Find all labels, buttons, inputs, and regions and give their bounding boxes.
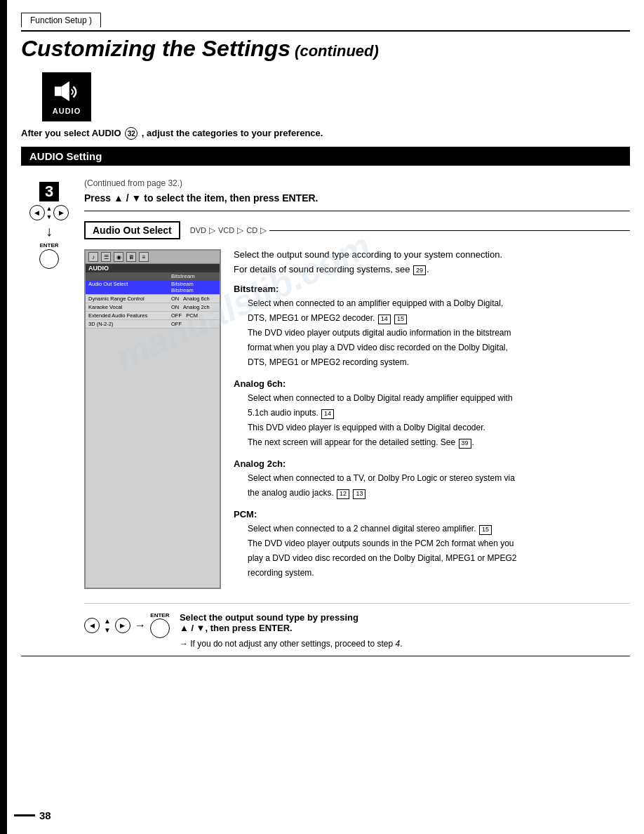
- step-number: 3: [39, 182, 59, 201]
- proceed-note: → If you do not adjust any other setting…: [180, 639, 630, 649]
- nav-down: ▼: [46, 213, 53, 220]
- press-instruction: Press ▲ / ▼ to select the item, then pre…: [84, 192, 630, 211]
- screen-mockup: ♪ ☰ ◉ 🖥 ≡ AUDIO Bitstream: [84, 249, 221, 589]
- screen-header-left: [88, 273, 171, 279]
- audio-out-select-label: Audio Out Select: [84, 221, 180, 239]
- bitstream-desc2: DTS, MPEG1 or MPEG2 decoder. 14 15: [248, 312, 630, 324]
- page-content: Function Setup ) Customizing the Setting…: [7, 0, 644, 670]
- analog6ch-desc2: 5.1ch audio inputs. 14: [248, 406, 630, 419]
- pcm-section: PCM: Select when connected to a 2 channe…: [234, 509, 630, 579]
- screen-title: AUDIO: [86, 264, 220, 272]
- ref-12: 12: [337, 489, 349, 499]
- continued-text: (Continued from page 32.): [84, 178, 630, 188]
- bottom-line: [21, 656, 630, 656]
- bottom-arrow: →: [135, 619, 146, 632]
- screen-icon-4: 🖥: [126, 252, 136, 262]
- ref-15: 15: [394, 315, 407, 324]
- bottom-instruction: Select the output sound type by pressing…: [180, 612, 630, 649]
- svg-rect-0: [55, 86, 62, 95]
- analog2ch-desc1: Select when connected to a TV, or Dolby …: [248, 472, 630, 484]
- audio-icon-container: AUDIO: [42, 72, 630, 121]
- nav-right[interactable]: ▶: [53, 205, 69, 220]
- screen-icon-5: ≡: [139, 252, 149, 262]
- select-output-text: Select the output sound type according t…: [234, 249, 630, 260]
- bitstream-section: Bitstream: Select when connected to an a…: [234, 284, 630, 369]
- left-bar: [0, 0, 7, 834]
- audio-label: AUDIO: [53, 107, 81, 115]
- bitstream-desc4: format when you play a DVD video disc re…: [248, 341, 630, 354]
- step-right: (Continued from page 32.) Press ▲ / ▼ to…: [77, 178, 630, 649]
- screen-header-right: Bitstream: [171, 273, 217, 279]
- bitstream-desc5: DTS, MPEG1 or MPEG2 recording system.: [248, 356, 630, 369]
- section-header: AUDIO Setting: [21, 147, 630, 166]
- screen-top-icons: ♪ ☰ ◉ 🖥 ≡: [86, 251, 220, 264]
- pcm-desc2: The DVD video player outputs sounds in t…: [248, 537, 630, 550]
- screen-icon-2: ☰: [101, 252, 111, 262]
- analog2ch-title: Analog 2ch:: [234, 458, 630, 469]
- audio-content: ♪ ☰ ◉ 🖥 ≡ AUDIO Bitstream: [84, 249, 630, 589]
- bottom-enter-label: ENTER: [150, 612, 169, 618]
- bottom-nav-right-btn[interactable]: ▶: [115, 618, 130, 633]
- enter-button[interactable]: [39, 249, 59, 269]
- enter-label: ENTER: [39, 242, 58, 249]
- ref-14b: 14: [321, 409, 334, 419]
- analog6ch-desc4: The next screen will appear for the deta…: [248, 436, 630, 449]
- page-num-bar: [14, 814, 35, 816]
- analog6ch-section: Analog 6ch: Select when connected to a D…: [234, 378, 630, 449]
- pcm-title: PCM:: [234, 509, 630, 519]
- bitstream-title: Bitstream:: [234, 284, 630, 294]
- down-arrow: ↓: [46, 223, 53, 239]
- nav-controls: ◀ ▲ ▼ ▶: [29, 205, 69, 220]
- bottom-controls: ◀ ▲ ▼ ▶ → ENTER Select t: [84, 603, 630, 649]
- analog2ch-section: Analog 2ch: Select when connected to a T…: [234, 458, 630, 499]
- screen-header-row: Bitstream: [86, 272, 220, 280]
- nav-up: ▲: [46, 205, 53, 212]
- enter-circle: ENTER: [39, 242, 59, 269]
- analog2ch-desc2: the analog audio jacks. 12 13: [248, 486, 630, 499]
- audio-out-row: Audio Out Select DVD ▷ VCD ▷ CD ▷: [84, 221, 630, 239]
- ref-13: 13: [353, 489, 365, 499]
- screen-row-2: Dynamic Range Control ON Analog 6ch: [86, 295, 220, 303]
- description-text: After you select AUDIO 32 , adjust the c…: [21, 127, 630, 140]
- nav-left[interactable]: ◀: [29, 205, 45, 220]
- ref-14: 14: [378, 315, 391, 324]
- ref-29: 29: [413, 265, 426, 275]
- disc-icons: DVD ▷ VCD ▷ CD ▷: [190, 225, 267, 235]
- bottom-nav-left: ◀ ▲ ▼ ▶ → ENTER: [84, 612, 170, 638]
- ref-15b: 15: [479, 525, 492, 535]
- audio-icon: AUDIO: [42, 72, 91, 121]
- audio-text-content: Select the output sound type according t…: [234, 249, 630, 589]
- speaker-icon: [53, 79, 80, 105]
- ref-32: 32: [125, 127, 137, 140]
- bitstream-desc3: The DVD video player outputs digital aud…: [248, 326, 630, 339]
- ref-39: 39: [459, 439, 471, 449]
- analog6ch-desc3: This DVD video player is equipped with a…: [248, 421, 630, 434]
- page-title: Customizing the Settings (continued): [21, 30, 630, 62]
- breadcrumb: Function Setup ): [21, 13, 101, 27]
- bottom-enter-button[interactable]: [150, 618, 170, 638]
- nav-row: ◀ ▲ ▼ ▶: [29, 205, 69, 220]
- analog6ch-desc1: Select when connected to a Dolby Digital…: [248, 392, 630, 404]
- screen-row-1: Audio Out Select Bitstream Bitstream: [86, 280, 220, 295]
- analog6ch-title: Analog 6ch:: [234, 378, 630, 389]
- pcm-desc4: recording system.: [248, 567, 630, 579]
- bottom-nav-left-btn[interactable]: ◀: [84, 618, 100, 633]
- screen-row-4: Extended Audio Features OFF PCM: [86, 312, 220, 320]
- pcm-desc3: play a DVD video disc recorded on the Do…: [248, 552, 630, 564]
- screen-row-3: Karaoke Vocal ON Analog 2ch: [86, 303, 220, 312]
- screen-icon-1: ♪: [88, 252, 98, 262]
- step-container: 3 ◀ ▲ ▼ ▶ ↓ ENTER (Continued from page 3…: [21, 178, 630, 649]
- pcm-desc1: Select when connected to a 2 channel dig…: [248, 522, 630, 535]
- page-number: 38: [14, 809, 51, 821]
- screen-icon-3: ◉: [114, 252, 123, 262]
- bottom-enter: ENTER: [150, 612, 170, 638]
- bitstream-desc1: Select when connected to an amplifier eq…: [248, 297, 630, 310]
- svg-marker-1: [61, 81, 69, 102]
- step-left: 3 ◀ ▲ ▼ ▶ ↓ ENTER: [21, 178, 77, 649]
- details-text: For details of sound recording systems, …: [234, 264, 630, 275]
- screen-row-5: 3D (N-2-2) OFF: [86, 320, 220, 329]
